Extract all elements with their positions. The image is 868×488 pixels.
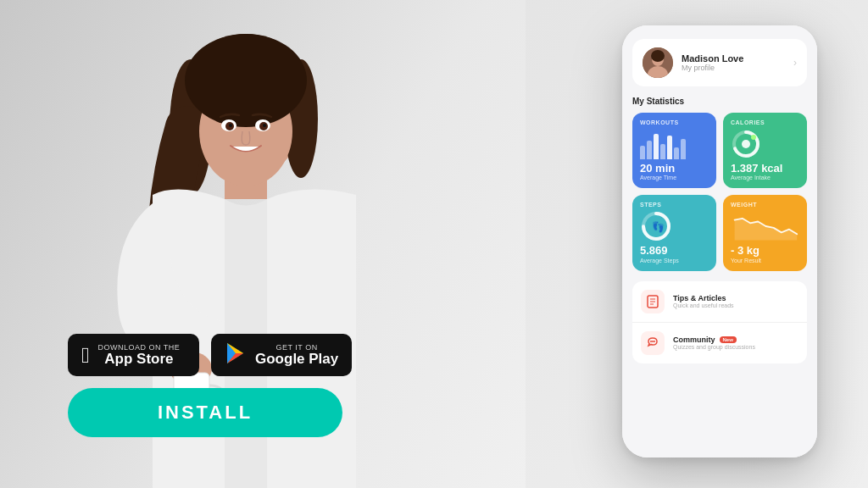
install-button[interactable]: INSTALL [68,388,342,437]
calories-label: CALORIES [731,119,799,125]
svg-point-34 [650,341,652,342]
steps-label: STEPS [640,202,709,208]
chevron-right-icon: › [793,57,797,69]
svg-text:👣: 👣 [652,220,665,233]
list-item-community[interactable]: Community New Quizzes and group discussi… [632,323,807,363]
profile-info: Madison Love My profile [682,53,793,72]
google-play-small-text: GET IT ON [255,343,338,352]
weight-chart [731,211,799,241]
workouts-card[interactable]: WORKOUTS 20 min Average Time [632,113,716,188]
community-text: Community New Quizzes and group discussi… [673,336,798,350]
steps-desc: Average Steps [640,258,709,263]
tips-sub: Quick and useful reads [673,302,798,308]
calories-chart [731,129,799,159]
weight-card[interactable]: WEIGHT - 3 kg Your Result [723,195,807,270]
profile-subtitle: My profile [682,64,793,72]
workouts-label: WORKOUTS [640,119,709,125]
apple-icon:  [81,344,90,366]
calories-card[interactable]: CALORIES 1.387 kcal Average Intake [723,113,807,188]
steps-value: 5.869 [640,245,709,257]
community-icon [641,331,665,355]
statistics-title: My Statistics [632,97,807,106]
workouts-value: 20 min [640,163,709,175]
app-store-big-text: App Store [98,352,181,368]
weight-value: - 3 kg [731,245,799,257]
community-sub: Quizzes and group discussions [673,344,798,350]
steps-chart: 👣 [640,211,709,241]
calories-desc: Average Intake [731,175,799,180]
app-store-small-text: Download on the [98,343,181,352]
phone-screen: Madison Love My profile › My Statistics … [622,25,817,458]
list-item-tips[interactable]: Tips & Articles Quick and useful reads [632,281,807,323]
profile-name: Madison Love [682,53,793,64]
svg-point-35 [652,341,654,342]
profile-row[interactable]: Madison Love My profile › [632,39,807,86]
google-play-big-text: Google Play [255,352,338,368]
avatar [643,47,673,78]
community-title: Community New [673,336,798,344]
tips-icon [641,290,665,313]
tips-title: Tips & Articles [673,294,798,302]
svg-point-22 [651,50,665,62]
weight-label: WEIGHT [731,202,799,208]
google-play-button[interactable]: GET IT ON Google Play [211,334,352,376]
workouts-chart [640,129,709,159]
stats-grid: WORKOUTS 20 min Average Time [632,113,807,271]
svg-point-25 [742,140,750,148]
svg-point-14 [263,124,266,127]
svg-point-26 [751,135,756,140]
tips-text: Tips & Articles Quick and useful reads [673,294,798,308]
app-store-button[interactable]:  Download on the App Store [68,334,199,376]
weight-desc: Your Result [731,258,799,263]
svg-point-8 [185,34,307,127]
svg-point-13 [229,124,232,127]
store-buttons-row:  Download on the App Store GET IT ON Go… [68,334,352,376]
calories-value: 1.387 kcal [731,163,799,175]
left-panel:  Download on the App Store GET IT ON Go… [68,334,352,437]
workouts-desc: Average Time [640,175,709,180]
svg-point-36 [654,341,655,342]
steps-card[interactable]: STEPS 👣 5.869 Average Steps [632,195,716,270]
new-badge: New [720,336,737,343]
list-items: Tips & Articles Quick and useful reads C… [632,281,807,363]
google-play-icon [225,342,247,368]
phone-mockup: Madison Love My profile › My Statistics … [622,25,817,458]
